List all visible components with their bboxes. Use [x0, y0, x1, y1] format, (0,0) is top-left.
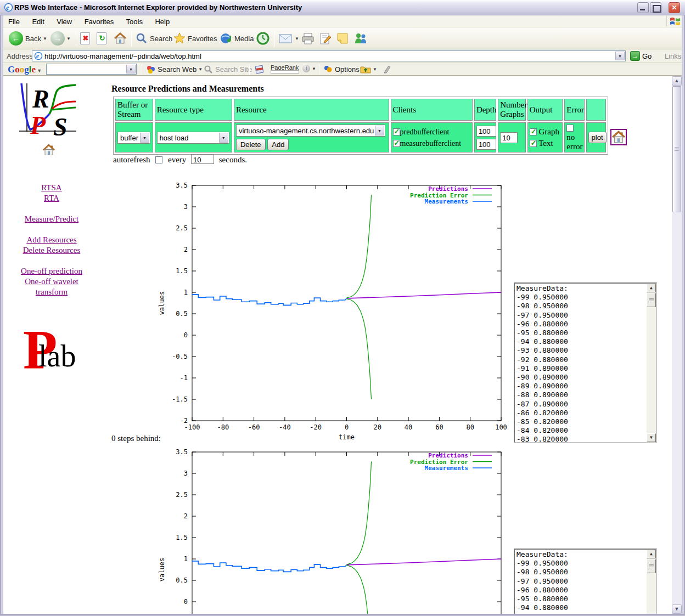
measure-data-scrollbar-2[interactable]: ▲ ▼: [647, 550, 656, 614]
media-button[interactable]: Media: [220, 30, 254, 47]
options-label: Options: [335, 65, 360, 74]
scroll-up-icon[interactable]: ▲: [647, 284, 656, 292]
select-arrow-icon[interactable]: ▼: [140, 133, 149, 143]
scrollbar-down-icon[interactable]: ▼: [672, 604, 682, 614]
refresh-button[interactable]: ↻: [97, 30, 106, 47]
search-site-button[interactable]: Search Site: [204, 65, 252, 74]
svg-text:S: S: [53, 113, 68, 138]
depth-input-1[interactable]: 100: [476, 126, 496, 137]
close-button[interactable]: [669, 2, 680, 13]
autorefresh-seconds-input[interactable]: 10: [191, 154, 214, 164]
autorefresh-checkbox[interactable]: [155, 156, 162, 163]
graph-checkbox[interactable]: [530, 128, 537, 135]
go-arrow-icon: →: [630, 51, 640, 61]
scroll-up-icon[interactable]: ▲: [647, 550, 656, 558]
page-info-button[interactable]: i ▼: [302, 65, 316, 72]
back-button[interactable]: ← Back ▼: [9, 30, 47, 47]
buffer-select[interactable]: buffer▼: [117, 132, 150, 144]
folder-dropdown-icon[interactable]: ▼: [373, 67, 377, 72]
svg-text:Measurements: Measurements: [425, 198, 468, 205]
back-dropdown-icon[interactable]: ▼: [43, 36, 47, 41]
menu-help[interactable]: Help: [150, 15, 175, 27]
pagerank-indicator[interactable]: PageRank: [271, 63, 299, 71]
forward-dropdown-icon[interactable]: ▼: [66, 36, 71, 41]
address-dropdown-icon[interactable]: ▼: [615, 52, 625, 60]
table-home-link[interactable]: [610, 129, 627, 145]
history-button[interactable]: [256, 30, 269, 47]
measurebufferclient-label: measurebufferclient: [400, 139, 462, 148]
link-one-off-prediction[interactable]: One-off prediction: [15, 266, 88, 276]
resource-type-select[interactable]: host load▼: [157, 132, 229, 144]
scroll-down-icon[interactable]: ▼: [647, 433, 656, 442]
menu-tools[interactable]: Tools: [121, 15, 148, 27]
predbufferclient-checkbox[interactable]: [393, 128, 400, 135]
measure-data-box-1[interactable]: MeasureData: -99 0.950000 -98 0.950000 -…: [514, 282, 657, 443]
measure-data-scrollbar-1[interactable]: ▲ ▼: [647, 284, 656, 442]
depth-input-2[interactable]: 100: [476, 139, 496, 150]
address-field[interactable]: e http://virtuoso-management/~pdinda/web…: [32, 50, 626, 61]
google-logo[interactable]: Google ▼: [8, 64, 42, 75]
cell-output: Graph Text: [527, 122, 563, 152]
svg-text:0: 0: [345, 423, 349, 431]
table-home-icon: [611, 130, 626, 144]
links-label[interactable]: Links: [665, 52, 681, 60]
menu-edit[interactable]: Edit: [27, 15, 49, 27]
resource-select[interactable]: virtuoso-management.cs.northwestern.edu▼: [236, 125, 385, 137]
link-rtsa[interactable]: RTSA: [15, 183, 88, 193]
select-arrow-icon[interactable]: ▼: [219, 133, 228, 143]
favorites-button[interactable]: Favorites: [173, 30, 217, 47]
discuss-button[interactable]: [336, 30, 349, 47]
measure-data-box-2[interactable]: MeasureData: -99 0.950000 -98 0.950000 -…: [514, 549, 657, 614]
number-graphs-input[interactable]: 10: [500, 132, 518, 143]
plab-lab: lab: [38, 341, 76, 371]
menu-view[interactable]: View: [52, 15, 77, 27]
mail-dropdown-icon[interactable]: ▼: [295, 36, 299, 41]
search-site-label: Search Site: [215, 65, 252, 74]
plot-button[interactable]: plot: [588, 132, 607, 143]
menu-file[interactable]: File: [3, 15, 25, 27]
title-bar: e RPS Web Interface - Microsoft Internet…: [0, 0, 685, 15]
edit-button[interactable]: [319, 30, 332, 47]
svg-text:2.5: 2.5: [176, 224, 188, 232]
svg-text:-1: -1: [180, 374, 188, 382]
search-web-dropdown-icon[interactable]: ▼: [198, 67, 203, 72]
scrollbar-thumb[interactable]: [672, 86, 681, 212]
pagerank-bar: [271, 70, 299, 74]
maximize-button[interactable]: [650, 2, 661, 13]
link-one-off-wavelet[interactable]: One-off wavelet transform: [15, 276, 88, 297]
news-button[interactable]: [255, 65, 265, 74]
add-button[interactable]: Add: [267, 139, 289, 150]
text-checkbox[interactable]: [530, 140, 537, 147]
minimize-button[interactable]: [637, 2, 649, 13]
forward-button[interactable]: → ▼: [50, 30, 71, 47]
home-button[interactable]: [114, 30, 127, 47]
stop-button[interactable]: ✖: [80, 30, 90, 47]
info-dropdown-icon[interactable]: ▼: [312, 66, 316, 71]
select-arrow-icon[interactable]: ▼: [375, 126, 384, 135]
folder-up-button[interactable]: ▼: [360, 65, 377, 74]
options-button[interactable]: Options: [324, 65, 360, 74]
go-button[interactable]: → Go: [630, 50, 652, 61]
delete-button[interactable]: Delete: [236, 139, 266, 150]
google-search-input[interactable]: ▼: [46, 64, 137, 75]
page-scrollbar[interactable]: ▲ ▼: [672, 76, 682, 614]
measurebufferclient-checkbox[interactable]: [393, 140, 400, 147]
search-web-button[interactable]: Search Web ▼: [146, 65, 203, 74]
link-measure-predict[interactable]: Measure/Predict: [15, 214, 88, 224]
link-add-resources[interactable]: Add Resources: [15, 235, 88, 245]
google-search-dropdown-icon[interactable]: ▼: [126, 65, 136, 74]
no-error-checkbox[interactable]: [566, 125, 574, 132]
scroll-thumb[interactable]: [647, 293, 656, 307]
link-delete-resources[interactable]: Delete Resources: [15, 245, 88, 256]
mail-button[interactable]: ▼: [279, 30, 299, 47]
print-button[interactable]: [301, 30, 315, 47]
scrollbar-up-icon[interactable]: ▲: [672, 76, 682, 86]
menu-favorites[interactable]: Favorites: [80, 15, 119, 27]
link-rta[interactable]: RTA: [15, 193, 88, 204]
highlight-button[interactable]: [383, 65, 391, 74]
sidebar-home-icon[interactable]: [42, 143, 55, 157]
messenger-button[interactable]: [353, 30, 368, 47]
scroll-thumb[interactable]: [647, 559, 656, 573]
search-web-label: Search Web: [158, 65, 196, 74]
search-button[interactable]: Search: [136, 30, 172, 47]
